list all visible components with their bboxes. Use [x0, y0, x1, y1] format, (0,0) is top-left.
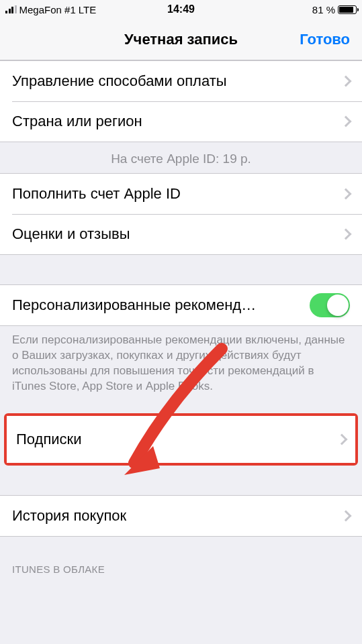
network-label: LTE: [79, 4, 96, 15]
row-subscriptions[interactable]: Подписки: [7, 416, 355, 463]
toggle-on-icon[interactable]: [310, 293, 350, 317]
personalized-footer: Если персонализированные рекомендации вк…: [0, 326, 362, 394]
signal-icon: [5, 5, 17, 13]
group-payments: Управление способами оплаты Страна или р…: [0, 60, 362, 142]
page-title: Учетная запись: [124, 31, 238, 48]
chevron-right-icon: [341, 229, 352, 240]
row-label: Оценки и отзывы: [12, 225, 336, 243]
row-add-funds[interactable]: Пополнить счет Apple ID: [0, 174, 362, 214]
row-label: История покупок: [12, 507, 336, 525]
row-ratings-reviews[interactable]: Оценки и отзывы: [0, 214, 362, 254]
group-balance: Пополнить счет Apple ID Оценки и отзывы: [0, 173, 362, 255]
clock: 14:49: [167, 3, 195, 15]
itunes-cloud-header: iTUNES В ОБЛАКЕ: [0, 557, 362, 579]
row-country-region[interactable]: Страна или регион: [0, 101, 362, 142]
group-subscriptions: Подписки: [7, 416, 355, 463]
chevron-right-icon: [341, 76, 352, 87]
row-label: Подписки: [16, 431, 332, 448]
balance-header: На счете Apple ID: 19 р.: [0, 142, 362, 173]
row-label: Персонализированные рекоменд…: [12, 297, 310, 314]
status-bar: MegaFon #1 LTE 14:49 81 %: [0, 0, 362, 19]
chevron-right-icon: [341, 189, 352, 200]
row-label: Пополнить счет Apple ID: [12, 185, 336, 203]
chevron-right-icon: [341, 116, 352, 127]
row-personalized-recommendations[interactable]: Персонализированные рекоменд…: [0, 285, 362, 325]
chevron-right-icon: [341, 510, 352, 521]
row-label: Страна или регион: [12, 113, 336, 130]
group-purchase-history: История покупок: [0, 495, 362, 537]
row-label: Управление способами оплаты: [12, 72, 336, 90]
carrier-label: MegaFon #1: [19, 4, 76, 15]
row-payment-methods[interactable]: Управление способами оплаты: [0, 61, 362, 101]
group-personalized: Персонализированные рекоменд…: [0, 284, 362, 326]
nav-bar: Учетная запись Готово: [0, 19, 362, 60]
battery-icon: [338, 5, 357, 14]
done-button[interactable]: Готово: [300, 31, 350, 48]
status-left: MegaFon #1 LTE: [5, 4, 96, 15]
battery-percent: 81 %: [312, 4, 335, 15]
chevron-right-icon: [336, 433, 348, 445]
annotation-highlight: Подписки: [4, 413, 358, 466]
row-purchase-history[interactable]: История покупок: [0, 496, 362, 536]
status-right: 81 %: [312, 4, 357, 15]
